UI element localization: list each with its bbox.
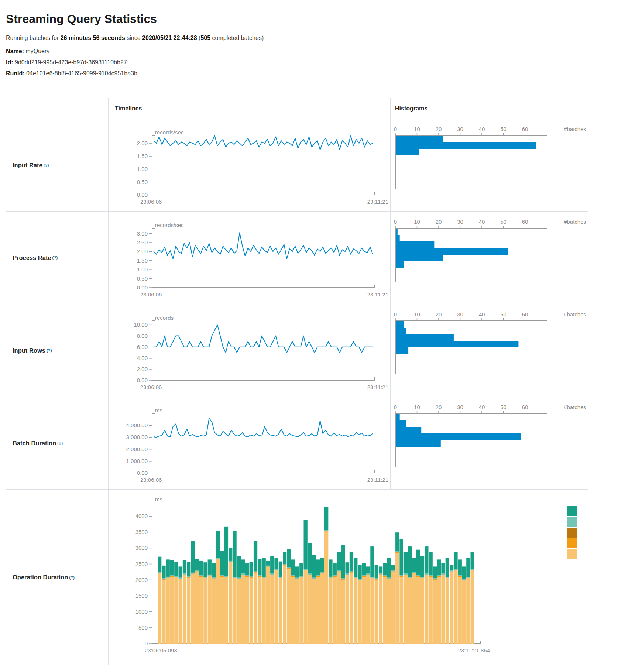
svg-text:60: 60 (522, 404, 528, 410)
batch-duration-histogram-chart: 0102030405060#batches (390, 397, 588, 489)
svg-text:2500: 2500 (135, 561, 148, 567)
svg-text:1,000.00: 1,000.00 (126, 458, 148, 464)
query-name-value: myQuery (25, 48, 49, 54)
legend-swatch-4 (567, 538, 577, 548)
svg-text:4,000.00: 4,000.00 (126, 422, 148, 428)
batch-duration-label-cell: Batch Duration (?) (6, 397, 108, 489)
svg-text:30: 30 (457, 404, 463, 410)
svg-text:40: 40 (479, 219, 485, 225)
svg-text:50: 50 (500, 126, 506, 132)
svg-text:30: 30 (457, 311, 463, 318)
query-name-label: Name: (6, 48, 24, 54)
svg-text:23:06:06: 23:06:06 (140, 477, 162, 483)
input-rows-label-cell: Input Rows (?) (6, 304, 108, 397)
svg-text:1500: 1500 (135, 593, 148, 599)
legend-swatch-5 (567, 549, 577, 559)
process-rate-timeline-chart: records/sec0.000.501.001.502.002.503.002… (108, 212, 390, 304)
legend-swatch-1 (567, 506, 577, 516)
legend-swatch-3 (567, 528, 577, 538)
svg-text:50: 50 (500, 219, 506, 225)
streaming-query-statistics-page: Streaming Query Statistics Running batch… (0, 0, 625, 672)
svg-text:ms: ms (155, 496, 162, 503)
svg-text:#batches: #batches (564, 311, 586, 318)
svg-text:40: 40 (479, 404, 485, 410)
svg-text:50: 50 (500, 404, 506, 410)
histograms-header: Histograms (390, 98, 588, 119)
svg-text:0.00: 0.00 (137, 470, 148, 476)
svg-text:3.00: 3.00 (137, 230, 148, 237)
svg-text:1.50: 1.50 (137, 153, 148, 159)
svg-text:3500: 3500 (135, 529, 148, 535)
svg-text:records/sec: records/sec (155, 222, 184, 228)
svg-text:records/sec: records/sec (155, 129, 184, 136)
batch-duration-timeline-chart: ms0.001,000.002,000.003,000.004,000.0023… (108, 397, 390, 489)
svg-text:2.00: 2.00 (137, 140, 148, 146)
legend-swatch-2 (567, 517, 577, 527)
svg-text:2,000.00: 2,000.00 (126, 446, 148, 452)
query-id-value: 9d0dd219-995d-423e-b97d-36931110bb27 (15, 59, 127, 65)
svg-text:records: records (155, 315, 174, 321)
svg-text:0.00: 0.00 (137, 192, 148, 198)
process-rate-histogram-chart: 0102030405060#batches (390, 212, 588, 304)
svg-text:23:06:06.093: 23:06:06.093 (145, 647, 177, 654)
running-duration: 26 minutes 56 seconds (61, 35, 125, 41)
input-rate-histogram-chart: 0102030405060#batches (390, 119, 588, 211)
svg-text:10: 10 (414, 404, 420, 410)
operation-duration-label: Operation Duration (13, 574, 68, 581)
svg-text:23:11:21: 23:11:21 (367, 477, 388, 483)
timelines-header: Timelines (108, 98, 390, 119)
svg-text:8.00: 8.00 (137, 333, 148, 339)
operation-duration-label-cell: Operation Duration (?) (6, 490, 108, 665)
svg-text:40: 40 (479, 311, 485, 318)
svg-text:10: 10 (414, 126, 420, 132)
svg-text:2.00: 2.00 (137, 366, 148, 372)
svg-text:3000: 3000 (135, 545, 148, 551)
svg-text:1000: 1000 (135, 608, 148, 615)
input-rate-help-icon[interactable]: (?) (44, 163, 49, 167)
operation-duration-help-icon[interactable]: (?) (69, 575, 75, 580)
svg-text:60: 60 (522, 126, 528, 132)
svg-text:60: 60 (522, 219, 528, 225)
query-id-label: Id: (6, 59, 13, 65)
summary-since: since (125, 35, 142, 41)
svg-text:20: 20 (436, 404, 442, 410)
input-rows-row: Input Rows (?) records0.002.004.006.008.… (6, 304, 588, 397)
operation-duration-row: Operation Duration (?) ms050010001500200… (6, 489, 588, 665)
summary-open-paren: ( (197, 35, 201, 41)
svg-text:10: 10 (414, 219, 420, 225)
statistics-table: Timelines Histograms Input Rate (?) reco… (6, 98, 588, 665)
svg-text:0: 0 (394, 311, 397, 318)
svg-text:10.00: 10.00 (134, 322, 148, 328)
svg-text:20: 20 (436, 311, 442, 318)
svg-text:#batches: #batches (564, 126, 586, 132)
input-rows-histogram-chart: 0102030405060#batches (390, 304, 588, 397)
process-rate-help-icon[interactable]: (?) (52, 256, 58, 260)
svg-text:4000: 4000 (135, 513, 148, 519)
process-rate-row: Process Rate (?) records/sec0.000.501.00… (6, 211, 588, 304)
input-rate-timeline-chart: records/sec0.000.501.001.502.0023:06:062… (108, 119, 390, 211)
batch-duration-row: Batch Duration (?) ms0.001,000.002,000.0… (6, 397, 588, 489)
query-id-line: Id: 9d0dd219-995d-423e-b97d-36931110bb27 (6, 59, 127, 66)
svg-text:ms: ms (155, 407, 162, 414)
svg-text:0: 0 (394, 219, 397, 225)
operation-duration-stacked-chart: ms0500100015002000250030003500400023:06:… (108, 490, 588, 665)
start-timestamp: 2020/05/21 22:44:28 (142, 35, 197, 41)
svg-text:40: 40 (479, 126, 485, 132)
input-rows-label: Input Rows (13, 347, 45, 354)
header-empty-cell (6, 98, 108, 119)
input-rows-help-icon[interactable]: (?) (47, 348, 52, 353)
batch-duration-help-icon[interactable]: (?) (57, 441, 63, 445)
svg-text:6.00: 6.00 (137, 344, 148, 350)
svg-text:#batches: #batches (564, 219, 586, 225)
svg-text:#batches: #batches (564, 404, 586, 410)
svg-text:1.00: 1.00 (137, 166, 148, 172)
process-rate-label: Process Rate (13, 254, 51, 261)
query-runid-value: 04e101e6-8bf8-4165-9099-9104c951ba3b (26, 70, 137, 76)
svg-text:0: 0 (394, 126, 397, 132)
input-rate-row: Input Rate (?) records/sec0.000.501.001.… (6, 119, 588, 211)
input-rate-label-cell: Input Rate (?) (6, 119, 108, 211)
svg-text:23:11:21: 23:11:21 (367, 199, 388, 205)
svg-text:23:06:06: 23:06:06 (140, 199, 162, 205)
svg-text:20: 20 (436, 219, 442, 225)
svg-text:2000: 2000 (135, 577, 148, 583)
